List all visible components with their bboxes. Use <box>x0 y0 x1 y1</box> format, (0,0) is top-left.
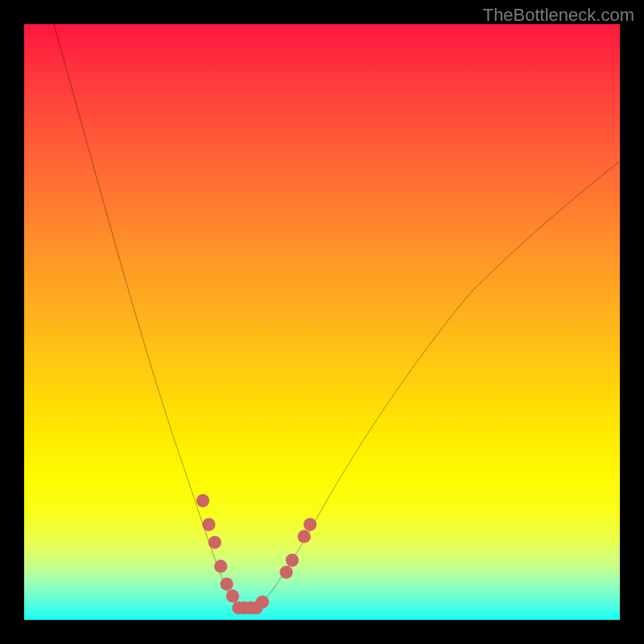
svg-point-11 <box>279 566 292 579</box>
chart-frame: TheBottleneck.com <box>0 0 644 644</box>
svg-point-5 <box>226 589 239 602</box>
watermark-text: TheBottleneck.com <box>483 5 634 26</box>
curve-layer <box>24 24 620 620</box>
svg-point-2 <box>208 536 221 549</box>
svg-point-3 <box>214 559 227 572</box>
svg-point-0 <box>196 494 209 507</box>
plot-area <box>24 24 620 620</box>
svg-point-14 <box>303 518 316 530</box>
svg-point-4 <box>220 577 233 590</box>
svg-point-10 <box>256 596 269 609</box>
bottleneck-curve <box>54 24 620 608</box>
svg-point-1 <box>202 518 215 530</box>
highlight-dots <box>196 494 316 614</box>
svg-point-12 <box>286 554 299 567</box>
svg-point-13 <box>298 530 311 543</box>
